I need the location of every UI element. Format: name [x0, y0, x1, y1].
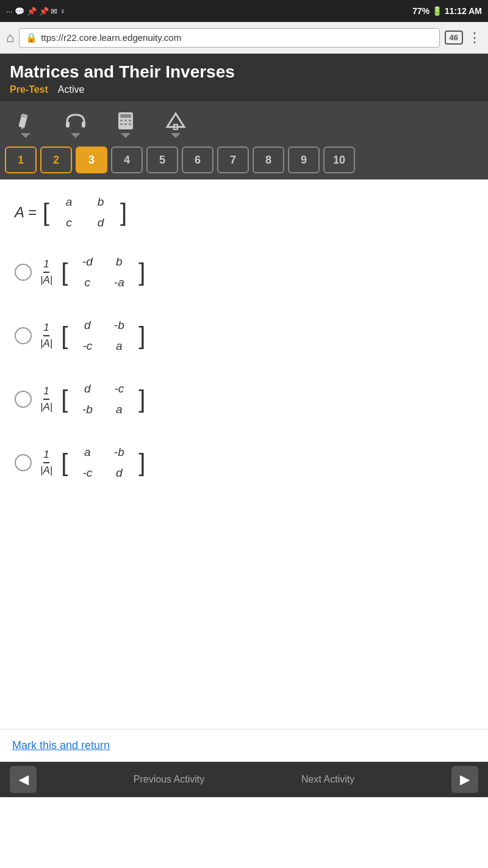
question-num-2[interactable]: 2 [40, 146, 72, 173]
battery-time: 77% 🔋 11:12 AM [412, 6, 482, 16]
svg-rect-7 [120, 120, 123, 121]
option-1-frac: 1 |A| [40, 258, 52, 287]
o2-cell-12: -b [110, 319, 127, 332]
option-1-numerator: 1 [43, 258, 49, 273]
svg-rect-4 [82, 121, 85, 128]
svg-rect-11 [124, 123, 127, 125]
headphones-tool[interactable] [56, 106, 95, 143]
o1-cell-11: -d [79, 255, 96, 269]
prev-label: Previous Activity [134, 774, 204, 785]
o4-cell-11: a [79, 446, 96, 459]
option-4-frac: 1 |A| [40, 449, 52, 477]
option-2-frac: 1 |A| [40, 322, 52, 350]
option-3-content: 1 |A| [ d -c -b a ] [40, 378, 145, 420]
arrow-tool[interactable] [156, 106, 195, 143]
option-4-content: 1 |A| [ a -b -c d ] [40, 442, 145, 483]
o1-cell-12: b [110, 255, 127, 269]
matrix-a-cells: a b c d [52, 192, 118, 233]
next-label: Next Activity [301, 774, 354, 785]
bracket-right-4: ] [138, 442, 145, 483]
option-3-denominator: |A| [40, 400, 52, 413]
question-num-8[interactable]: 8 [253, 146, 284, 173]
matrix-a-label: A = [15, 204, 37, 221]
prev-button[interactable]: ◀ [10, 766, 37, 793]
pencil-tool[interactable] [7, 106, 44, 143]
option-3-numerator: 1 [43, 385, 49, 400]
option-2-numerator: 1 [43, 322, 49, 336]
o4-cell-22: d [110, 466, 127, 480]
browser-bar: ⌂ 🔒 ttps://r22.core.learn.edgenuity.com … [0, 22, 488, 54]
page-title: Matrices and Their Inverses [10, 62, 478, 82]
calculator-arrow [121, 133, 131, 138]
option-3-cells: d -c -b a [70, 378, 136, 420]
radio-option-1[interactable] [15, 264, 32, 281]
option-4-numerator: 1 [43, 449, 49, 463]
mark-return-link[interactable]: Mark this and return [12, 739, 110, 751]
svg-rect-12 [129, 123, 131, 125]
bracket-left-3: [ [61, 378, 68, 420]
tab-count[interactable]: 46 [445, 31, 463, 45]
svg-rect-9 [129, 120, 131, 121]
calculator-tool[interactable] [107, 106, 144, 143]
question-num-4[interactable]: 4 [111, 146, 143, 173]
question-num-9[interactable]: 9 [288, 146, 320, 173]
option-2-denominator: |A| [40, 336, 52, 350]
assessment-type: Pre-Test [10, 84, 48, 95]
question-num-3[interactable]: 3 [76, 146, 107, 173]
option-1-row: 1 |A| [ -d b c -a ] [15, 251, 473, 293]
option-2-cells: d -b -c a [70, 315, 136, 356]
o2-cell-21: -c [79, 339, 96, 353]
option-1-denominator: |A| [40, 273, 52, 286]
url-text: ttps://r22.core.learn.edgenuity.com [41, 32, 181, 43]
bracket-right-3: ] [138, 378, 145, 420]
option-4-matrix: [ a -b -c d ] [61, 442, 145, 483]
question-num-1[interactable]: 1 [5, 146, 37, 173]
bracket-right-1: ] [138, 251, 145, 293]
question-num-7[interactable]: 7 [217, 146, 249, 173]
o1-cell-22: -a [110, 276, 127, 289]
svg-rect-3 [66, 121, 70, 128]
question-num-5[interactable]: 5 [146, 146, 178, 173]
question-numbers: 1 2 3 4 5 6 7 8 9 10 [0, 143, 488, 179]
option-2-matrix: [ d -b -c a ] [61, 315, 145, 356]
prev-icon: ◀ [19, 772, 28, 787]
home-icon[interactable]: ⌂ [6, 30, 14, 46]
content-area: A = [ a b c d ] 1 |A| [ [0, 179, 488, 729]
radio-option-3[interactable] [15, 391, 32, 408]
o4-cell-12: -b [110, 446, 127, 459]
next-button[interactable]: ▶ [451, 766, 478, 793]
option-4-cells: a -b -c d [70, 442, 136, 483]
radio-option-2[interactable] [15, 327, 32, 344]
question-num-10[interactable]: 10 [323, 146, 355, 173]
bracket-left: [ [43, 192, 49, 233]
bracket-left-1: [ [61, 251, 68, 293]
matrix-definition: A = [ a b c d ] [15, 192, 473, 233]
app-header: Matrices and Their Inverses Pre-Test Act… [0, 54, 488, 101]
option-1-cells: -d b c -a [70, 251, 136, 293]
o3-cell-22: a [110, 403, 127, 416]
option-2-content: 1 |A| [ d -b -c a ] [40, 315, 145, 356]
status-bar: ··· 💬 📌 📌 ✉ ♀ 77% 🔋 11:12 AM [0, 0, 488, 22]
o4-cell-21: -c [79, 466, 96, 480]
bottom-nav: ◀ Previous Activity Next Activity ▶ [0, 762, 488, 797]
question-num-6[interactable]: 6 [182, 146, 214, 173]
mark-return-bar: Mark this and return [0, 729, 488, 762]
option-3-frac: 1 |A| [40, 385, 52, 414]
bracket-left-4: [ [61, 442, 68, 483]
status-left: ··· 💬 📌 📌 ✉ ♀ [6, 7, 66, 16]
status-icons: ··· 💬 📌 📌 ✉ ♀ [6, 7, 66, 16]
url-bar[interactable]: 🔒 ttps://r22.core.learn.edgenuity.com [19, 28, 439, 48]
o3-cell-21: -b [79, 403, 96, 416]
option-3-row: 1 |A| [ d -c -b a ] [15, 378, 473, 420]
cell-b: b [92, 195, 109, 209]
radio-option-4[interactable] [15, 454, 32, 471]
svg-rect-6 [120, 114, 131, 118]
option-4-denominator: |A| [40, 463, 52, 477]
cell-d: d [92, 216, 109, 230]
status-right: 77% 🔋 11:12 AM [412, 6, 482, 16]
svg-rect-10 [120, 123, 123, 125]
o2-cell-22: a [110, 339, 127, 353]
browser-menu-icon[interactable]: ⋮ [468, 30, 482, 46]
option-2-row: 1 |A| [ d -b -c a ] [15, 315, 473, 356]
option-3-matrix: [ d -c -b a ] [61, 378, 145, 420]
